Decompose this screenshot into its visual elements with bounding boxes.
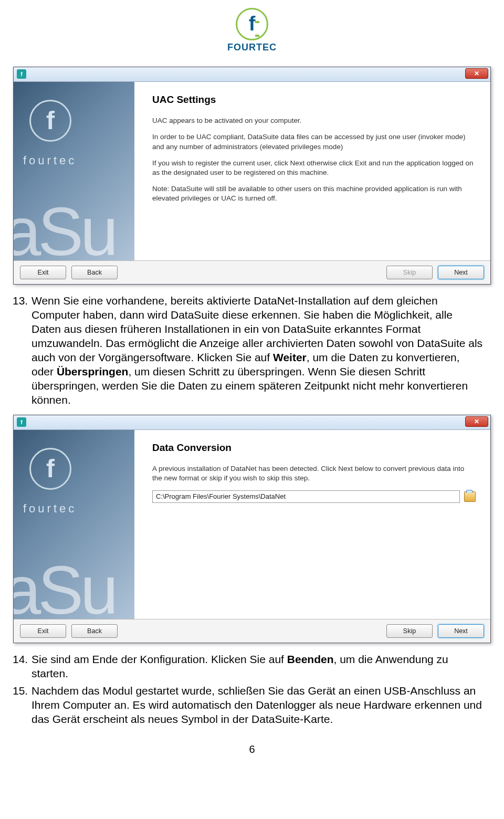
titlebar: f ✕: [14, 415, 490, 430]
back-button[interactable]: Back: [71, 624, 118, 638]
step-text: Nachdem das Modul gestartet wurde, schli…: [32, 684, 483, 727]
app-icon: f: [17, 69, 26, 79]
step-text: Wenn Sie eine vorhandene, bereits aktivi…: [32, 294, 483, 407]
dialog-text: UAC appears to be activated on your comp…: [152, 116, 476, 125]
dialog-footer: Exit Back Skip Next: [14, 619, 490, 643]
browse-folder-icon[interactable]: [464, 491, 476, 502]
titlebar: f ✕: [14, 67, 490, 82]
dialog-sidebar-graphic: f fourtec aSu: [14, 82, 134, 260]
instruction-step-15: 15. Nachdem das Modul gestartet wurde, s…: [32, 684, 483, 727]
close-button[interactable]: ✕: [465, 416, 488, 427]
page-header: f FOURTEC: [0, 0, 504, 59]
dialog-heading: Data Conversion: [152, 442, 476, 455]
sidebar-brand-text: fourtec: [23, 153, 77, 169]
dialog-text: If you wish to register the current user…: [152, 159, 476, 177]
dialog-heading: UAC Settings: [152, 93, 476, 107]
data-conversion-dialog: f ✕ f fourtec aSu Data Conversion A prev…: [13, 415, 491, 643]
sidebar-bg-text: aSu: [14, 187, 115, 260]
next-button[interactable]: Next: [438, 624, 484, 638]
skip-button: Skip: [386, 266, 433, 279]
sidebar-brand-text: fourtec: [23, 501, 77, 517]
path-input[interactable]: [152, 490, 460, 503]
dialog-text: In order to be UAC compliant, DataSuite …: [152, 132, 476, 151]
app-icon: f: [17, 417, 26, 427]
exit-button[interactable]: Exit: [20, 266, 66, 279]
dialog-sidebar-graphic: f fourtec aSu: [14, 430, 134, 619]
sidebar-bg-text: aSu: [14, 546, 115, 619]
brand-logo-icon: f: [236, 8, 268, 40]
uac-settings-dialog: f ✕ f fourtec aSu UAC Settings UAC appea…: [13, 67, 491, 285]
page-number: 6: [0, 742, 504, 756]
step-text: Sie sind am Ende der Konfiguration. Klic…: [32, 653, 483, 681]
close-button[interactable]: ✕: [465, 68, 488, 79]
dialog-text: A previous installation of DataNet has b…: [152, 464, 476, 483]
exit-button[interactable]: Exit: [20, 624, 66, 638]
step-number: 15.: [13, 684, 32, 727]
next-button[interactable]: Next: [438, 266, 484, 279]
step-number: 14.: [13, 653, 32, 681]
instruction-step-14: 14. Sie sind am Ende der Konfiguration. …: [32, 653, 483, 681]
step-number: 13.: [13, 294, 32, 407]
brand-name: FOURTEC: [0, 41, 504, 54]
back-button[interactable]: Back: [71, 266, 118, 279]
skip-button[interactable]: Skip: [386, 624, 433, 638]
instruction-step-13: 13. Wenn Sie eine vorhandene, bereits ak…: [32, 294, 483, 407]
dialog-text: Note: DataSuite will still be available …: [152, 184, 476, 203]
dialog-footer: Exit Back Skip Next: [14, 260, 490, 284]
